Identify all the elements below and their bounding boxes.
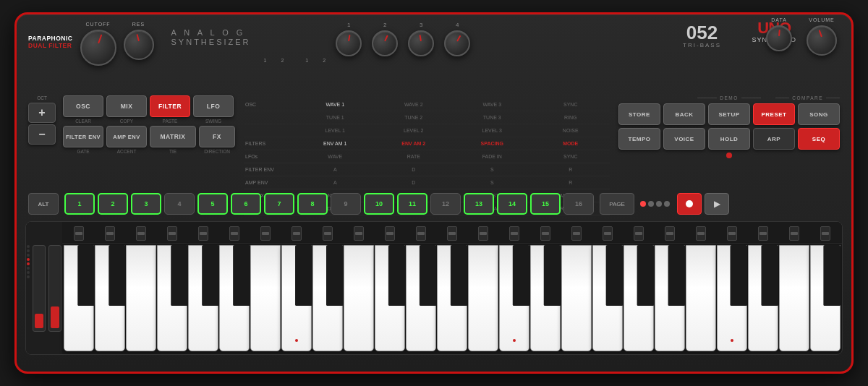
- key-d4[interactable]: [312, 245, 343, 351]
- seq-step-1[interactable]: 1: [64, 193, 95, 215]
- fader-25[interactable]: [810, 225, 841, 241]
- fader-22[interactable]: [717, 225, 747, 241]
- key-b4[interactable]: [468, 245, 498, 351]
- fader-19[interactable]: [624, 225, 654, 241]
- key-b5[interactable]: [686, 245, 716, 351]
- knob3[interactable]: [408, 30, 434, 56]
- key-a3[interactable]: [219, 245, 250, 351]
- oct-minus-button[interactable]: −: [28, 124, 56, 145]
- fader-7[interactable]: [250, 225, 281, 241]
- oct-plus-button[interactable]: +: [28, 103, 56, 123]
- pitch-strip[interactable]: [33, 245, 46, 332]
- key-f4[interactable]: [375, 245, 405, 351]
- osc-button[interactable]: OSC: [63, 95, 103, 117]
- seq-step-8[interactable]: 8: [297, 193, 328, 215]
- fader-6[interactable]: [219, 225, 250, 241]
- key-d5[interactable]: [530, 245, 561, 351]
- fader-20[interactable]: [655, 225, 685, 241]
- seq-step-16[interactable]: 16: [563, 193, 594, 215]
- key-e5[interactable]: [561, 245, 592, 351]
- fader-2[interactable]: [95, 225, 125, 241]
- cutoff-knob[interactable]: [80, 30, 116, 66]
- song-button[interactable]: SONG: [798, 103, 840, 125]
- seq-button[interactable]: SEQ: [798, 128, 840, 150]
- key-d3[interactable]: [95, 245, 125, 351]
- fader-16[interactable]: [530, 225, 561, 241]
- filter-env-button[interactable]: FILTER ENV: [63, 126, 103, 147]
- knob2[interactable]: [372, 30, 398, 56]
- fader-18[interactable]: [592, 225, 623, 241]
- preset-button[interactable]: PRESET: [753, 103, 795, 125]
- key-a5[interactable]: [655, 245, 685, 351]
- seq-step-3[interactable]: 3: [131, 193, 161, 215]
- data-knob[interactable]: [766, 25, 792, 51]
- fader-17[interactable]: [561, 225, 592, 241]
- key-c6[interactable]: [717, 245, 747, 351]
- key-e3[interactable]: [126, 245, 156, 351]
- store-button[interactable]: STORE: [618, 103, 660, 125]
- seq-step-15[interactable]: 15: [530, 193, 561, 215]
- key-f3[interactable]: [157, 245, 187, 351]
- fader-12[interactable]: [406, 225, 436, 241]
- key-d6[interactable]: [748, 245, 778, 351]
- res-knob[interactable]: [124, 30, 154, 60]
- fader-4[interactable]: [157, 225, 187, 241]
- key-f6[interactable]: [810, 245, 841, 351]
- fader-23[interactable]: [748, 225, 778, 241]
- seq-step-9[interactable]: 9: [331, 193, 361, 215]
- page-dot-4[interactable]: [664, 201, 670, 207]
- page-dot-2[interactable]: [648, 201, 654, 207]
- key-g4[interactable]: [406, 245, 436, 351]
- voice-button[interactable]: VOICE: [663, 128, 705, 150]
- seq-step-4[interactable]: 4: [164, 193, 195, 215]
- key-c5[interactable]: [499, 245, 529, 351]
- amp-env-button[interactable]: AMP ENV: [106, 126, 147, 147]
- lfo-button[interactable]: LFO: [193, 95, 234, 117]
- seq-step-11[interactable]: 11: [397, 193, 427, 215]
- fader-3[interactable]: [126, 225, 156, 241]
- volume-knob[interactable]: [807, 25, 837, 56]
- fader-11[interactable]: [375, 225, 405, 241]
- back-button[interactable]: BACK: [663, 103, 705, 125]
- fader-8[interactable]: [281, 225, 312, 241]
- tempo-button[interactable]: TEMPO: [618, 128, 660, 150]
- fader-14[interactable]: [468, 225, 498, 241]
- fader-13[interactable]: [437, 225, 467, 241]
- seq-step-12[interactable]: 12: [430, 193, 461, 215]
- setup-button[interactable]: SETUP: [708, 103, 750, 125]
- key-g5[interactable]: [624, 245, 654, 351]
- key-e4[interactable]: [344, 245, 374, 351]
- key-a4[interactable]: [437, 245, 467, 351]
- matrix-button[interactable]: MATRIX: [150, 126, 196, 147]
- fader-1[interactable]: [64, 225, 94, 241]
- knob1[interactable]: [336, 30, 362, 56]
- fader-5[interactable]: [188, 225, 218, 241]
- page-button[interactable]: PAGE: [600, 193, 634, 215]
- mod-strip[interactable]: [48, 245, 61, 332]
- knob4[interactable]: [444, 30, 470, 56]
- mix-button[interactable]: MIX: [106, 95, 147, 117]
- key-c3[interactable]: [64, 245, 94, 351]
- play-button[interactable]: ▶: [705, 193, 729, 215]
- seq-step-5[interactable]: 5: [197, 193, 228, 215]
- arp-button[interactable]: ARP: [753, 128, 795, 150]
- page-dot-3[interactable]: [656, 201, 662, 207]
- alt-button[interactable]: ALT: [28, 193, 59, 215]
- filter-button[interactable]: FILTER: [150, 95, 190, 117]
- record-button[interactable]: [677, 193, 702, 215]
- page-dot-1[interactable]: [640, 201, 646, 207]
- seq-step-7[interactable]: 7: [264, 193, 294, 215]
- fader-21[interactable]: [686, 225, 716, 241]
- key-g3[interactable]: [188, 245, 218, 351]
- fader-9[interactable]: [312, 225, 343, 241]
- key-f5[interactable]: [592, 245, 623, 351]
- seq-step-14[interactable]: 14: [497, 193, 527, 215]
- fader-10[interactable]: [344, 225, 374, 241]
- seq-step-10[interactable]: 10: [364, 193, 394, 215]
- seq-step-2[interactable]: 2: [98, 193, 128, 215]
- key-c4[interactable]: [281, 245, 312, 351]
- seq-step-6[interactable]: 6: [231, 193, 261, 215]
- key-b3[interactable]: [250, 245, 281, 351]
- seq-step-13[interactable]: 13: [464, 193, 494, 215]
- fader-24[interactable]: [779, 225, 809, 241]
